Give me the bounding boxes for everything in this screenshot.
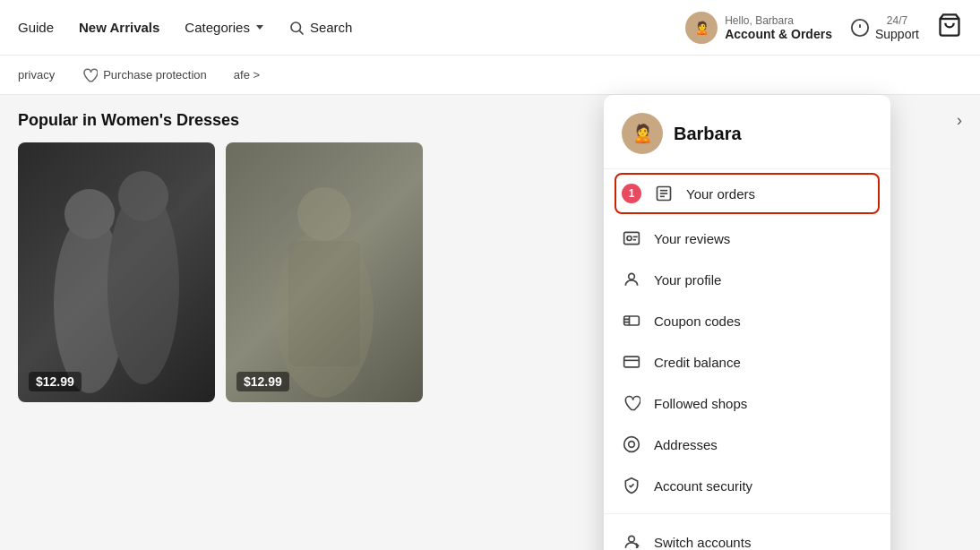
orders-label: Your orders [686, 186, 755, 202]
categories-chevron-icon [256, 25, 263, 30]
dropdown-item-addresses[interactable]: Addresses [604, 424, 890, 465]
svg-point-24 [629, 442, 635, 448]
followed-shops-icon [622, 393, 641, 413]
section-arrow-icon[interactable]: › [957, 111, 962, 130]
product-card-1[interactable]: $12.99 [18, 142, 215, 402]
search-button[interactable]: Search [288, 20, 353, 36]
purchase-protection-label: Purchase protection [103, 68, 207, 82]
reviews-label: Your reviews [654, 231, 730, 246]
svg-rect-20 [624, 316, 640, 325]
product-price-1: $12.99 [29, 372, 82, 391]
coupon-label: Coupon codes [654, 314, 741, 329]
purchase-protection-item[interactable]: Purchase protection [82, 67, 207, 83]
svg-point-9 [297, 187, 351, 241]
product-card-2[interactable]: $12.99 [226, 142, 423, 402]
dropdown-item-your-reviews[interactable]: Your reviews [604, 218, 890, 259]
nav-right: 🙎 Hello, Barbara Account & Orders 24/7 S… [685, 12, 962, 44]
security-label: Account security [654, 478, 752, 494]
nav-guide[interactable]: Guide [18, 20, 54, 35]
svg-point-6 [64, 189, 115, 239]
nav-left: Guide New Arrivals Categories Search [18, 20, 685, 36]
dropdown-divider [604, 513, 890, 514]
dropdown-item-your-orders[interactable]: 1 Your orders [615, 173, 880, 214]
followed-shops-label: Followed shops [654, 396, 747, 411]
credit-icon [622, 352, 641, 372]
dropdown-item-coupon-codes[interactable]: Coupon codes [604, 300, 890, 341]
svg-point-23 [624, 437, 640, 452]
search-icon [288, 20, 305, 36]
dropdown-item-followed-shops[interactable]: Followed shops [604, 382, 890, 424]
product-image-2 [226, 142, 423, 402]
coupon-icon [622, 311, 641, 331]
account-label: Account & Orders [725, 27, 832, 41]
dropdown-item-your-profile[interactable]: Your profile [604, 259, 890, 300]
main-content: Popular in Women's Dresses › $12.99 [0, 95, 980, 550]
sub-header: privacy Purchase protection afe > [0, 56, 980, 95]
orders-icon [654, 184, 674, 203]
support-button[interactable]: 24/7 Support [850, 14, 919, 41]
security-icon [622, 476, 641, 495]
reviews-icon [622, 228, 641, 248]
svg-line-1 [299, 30, 303, 34]
heart-shield-icon [82, 67, 98, 83]
privacy-label: privacy [18, 68, 55, 82]
account-dropdown: 🙎 Barbara 1 Your orders [604, 95, 890, 550]
account-hello: Hello, Barbara [725, 14, 832, 27]
safe-label: afe > [234, 68, 260, 82]
addresses-icon [622, 434, 641, 454]
cart-button[interactable] [937, 13, 962, 43]
dropdown-item-credit-balance[interactable]: Credit balance [604, 341, 890, 382]
svg-point-0 [291, 22, 301, 32]
switch-accounts-label: Switch accounts [654, 535, 751, 550]
support-hours: 24/7 [887, 14, 907, 27]
dropdown-item-switch-accounts[interactable]: Switch accounts [604, 521, 890, 550]
svg-point-7 [118, 171, 168, 221]
safe-item[interactable]: afe > [234, 68, 260, 82]
svg-rect-21 [624, 357, 640, 367]
orders-badge: 1 [622, 184, 641, 203]
svg-rect-10 [288, 241, 360, 366]
svg-point-25 [629, 536, 635, 542]
profile-label: Your profile [654, 272, 721, 288]
section-title: Popular in Women's Dresses [18, 111, 239, 130]
dropdown-header: 🙎 Barbara [604, 113, 890, 169]
credit-label: Credit balance [654, 355, 741, 370]
addresses-label: Addresses [654, 437, 718, 452]
account-button[interactable]: 🙎 Hello, Barbara Account & Orders [685, 12, 832, 44]
account-avatar: 🙎 [685, 12, 718, 44]
cart-icon [937, 13, 962, 38]
svg-point-16 [627, 236, 632, 241]
svg-point-19 [629, 273, 635, 279]
support-icon [850, 18, 870, 38]
product-price-2: $12.99 [236, 372, 289, 391]
switch-accounts-icon [622, 532, 641, 550]
product-image-1 [18, 142, 215, 402]
support-label: Support [875, 27, 919, 41]
dropdown-username: Barbara [674, 124, 742, 144]
nav-categories[interactable]: Categories [185, 20, 263, 35]
nav-new-arrivals[interactable]: New Arrivals [79, 20, 159, 35]
dropdown-item-account-security[interactable]: Account security [604, 465, 890, 506]
privacy-item[interactable]: privacy [18, 68, 55, 82]
dropdown-avatar: 🙎 [622, 113, 663, 154]
main-header: Guide New Arrivals Categories Search 🙎 H… [0, 0, 980, 56]
profile-icon [622, 270, 641, 289]
